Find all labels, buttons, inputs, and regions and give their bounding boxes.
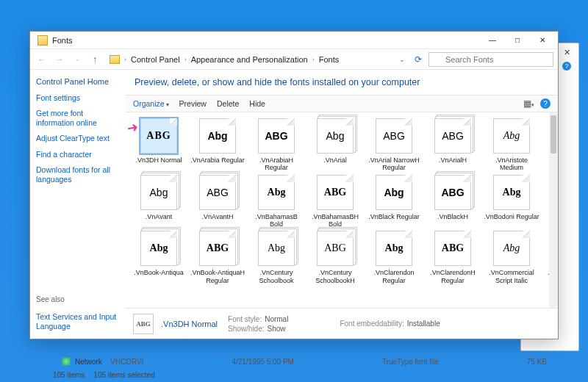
font-tile[interactable]: Abg.VnBook-Antiqua — [130, 231, 187, 284]
font-thumb: Abg — [140, 175, 177, 210]
details-style-key: Font style: — [228, 315, 262, 323]
font-grid[interactable]: ABG.Vn3DH NormalAbg.VnArabia RegularABG.… — [126, 112, 558, 287]
preview-button[interactable]: Preview — [179, 99, 207, 108]
details-style-val: Normal — [265, 315, 288, 323]
close-button[interactable]: ✕ — [530, 33, 555, 48]
main-panel: Preview, delete, or show and hide the fo… — [126, 70, 558, 339]
font-thumb: Abg — [493, 118, 530, 154]
recent-dropdown-icon[interactable]: ⌄ — [70, 52, 85, 67]
forward-button[interactable]: → — [52, 52, 67, 67]
font-tile[interactable]: ABG.VnCentury SchoolbookH — [306, 231, 364, 284]
font-thumb: ABG — [258, 118, 295, 154]
font-thumb: ABG — [434, 231, 471, 266]
delete-button[interactable]: Delete — [217, 99, 239, 108]
font-label: .VnArial NarrowH Regular — [366, 156, 422, 172]
font-label: .VnCommercial Script Italic — [484, 269, 539, 284]
breadcrumb-seg-0[interactable]: Control Panel — [129, 54, 182, 65]
sidebar-link-download-fonts[interactable]: Download fonts for all languages — [36, 165, 120, 184]
font-thumb: Abg — [376, 175, 412, 210]
search-input[interactable] — [429, 52, 553, 67]
up-button[interactable]: ↑ — [87, 52, 102, 67]
font-sample: Abg — [503, 187, 521, 198]
breadcrumb-seg-2[interactable]: Fonts — [318, 54, 341, 65]
details-font-name: .Vn3DH Normal — [161, 320, 218, 328]
bg-statusbar: 105 items 105 items selected — [53, 371, 155, 379]
font-tile[interactable]: ABG.VnArabiaH Regular — [248, 118, 305, 172]
font-thumb: ABG — [199, 231, 236, 266]
font-sample: ABG — [441, 187, 464, 198]
bg-status-count: 105 items — [53, 371, 85, 379]
font-tile[interactable]: Abg.VnAvant — [130, 175, 187, 228]
view-options-icon[interactable]: ▦▾ — [523, 98, 534, 109]
font-sample: ABG — [442, 131, 464, 141]
scrollbar-thumb[interactable] — [551, 115, 556, 154]
breadcrumb-seg-1[interactable]: Appearance and Personalization — [190, 54, 309, 65]
font-tile[interactable]: Abg.VnArabia Regular — [189, 118, 246, 172]
sidebar-header[interactable]: Control Panel Home — [36, 77, 120, 86]
sidebar-link-find-character[interactable]: Find a character — [36, 150, 120, 159]
font-tile[interactable]: ABG.VnBahamasBH Bold — [306, 175, 364, 228]
font-tile[interactable]: Abg.VnBahamasB Bold — [248, 175, 305, 228]
font-sample: Abg — [503, 243, 520, 253]
font-label: .Vn3DH Normal — [135, 156, 182, 171]
font-tile[interactable]: Abg.VnCentury Schoolbook — [248, 231, 305, 284]
font-tile[interactable]: ABG.VnClarendonH Regular — [424, 231, 481, 284]
network-icon — [62, 357, 71, 366]
bg-file-row: VHCORVI 4/21/1995 5:00 PM TrueType font … — [110, 358, 547, 366]
sidebar-link-text-services[interactable]: Text Services and Input Language — [36, 312, 120, 331]
font-tile[interactable]: ABG.VnAvantH — [189, 175, 246, 228]
font-tile[interactable]: Abg.VnAristote Medium — [483, 118, 540, 172]
font-sample: Abg — [150, 243, 168, 253]
sidebar-link-font-settings[interactable]: Font settings — [36, 93, 120, 103]
details-showhide-key: Show/hide: — [228, 325, 264, 333]
bg-row-date: 4/21/1995 5:00 PM — [232, 358, 294, 366]
details-pane: ABG .Vn3DH Normal Font style:Normal Show… — [126, 308, 558, 339]
font-sample: Abg — [503, 131, 520, 141]
font-tile[interactable]: ABG.VnArial NarrowH Regular — [365, 118, 423, 172]
font-thumb: ABG — [317, 231, 354, 266]
font-label: .VnBook-AntiquaH Regular — [190, 269, 245, 284]
font-label: .VnClarendon Regular — [366, 269, 422, 284]
font-thumb: ABG — [140, 118, 177, 154]
titlebar[interactable]: Fonts — □ ✕ — [30, 32, 558, 49]
font-thumb: Abg — [493, 175, 530, 210]
font-thumb: ABG — [376, 118, 412, 154]
sidebar-link-cleartype[interactable]: Adjust ClearType text — [36, 134, 120, 143]
font-tile[interactable]: Abg.VnCommercial Script Italic — [483, 231, 540, 284]
minimize-button[interactable]: — — [480, 33, 505, 48]
maximize-button[interactable]: □ — [505, 33, 530, 48]
font-tile[interactable]: ABG.VnBlackH — [424, 175, 481, 228]
font-sample: Abg — [150, 187, 168, 198]
font-tile[interactable]: Abg.VnBlack Regular — [365, 175, 423, 228]
help-icon[interactable]: ? — [540, 98, 551, 109]
font-tile[interactable]: Abg.VnClarendon Regular — [365, 231, 423, 284]
font-sample: ABG — [324, 187, 346, 198]
details-embed-val: Installable — [407, 320, 440, 328]
font-label: .VnArialH — [439, 156, 467, 171]
font-tile[interactable]: Abg.VnArial — [306, 118, 364, 172]
font-tile[interactable]: ABG.Vn3DH Normal — [130, 118, 187, 172]
hide-button[interactable]: Hide — [249, 99, 265, 108]
font-label: .VnCentury Schoolbook — [248, 269, 304, 284]
organize-button[interactable]: Organize▾ — [133, 99, 169, 108]
bg-status-selected: 105 items selected — [93, 371, 154, 379]
refresh-button[interactable]: ⟳ — [411, 54, 426, 65]
font-label: .VnAristote Medium — [484, 156, 539, 172]
font-thumb: Abg — [493, 231, 530, 266]
chevron-right-icon: › — [184, 56, 187, 63]
page-heading: Preview, delete, or show and hide the fo… — [126, 70, 558, 95]
bg-help-icon: ? — [562, 62, 571, 71]
fonts-window: Fonts — □ ✕ ← → ⌄ ↑ › Control Panel › Ap… — [29, 31, 559, 339]
scrollbar[interactable] — [549, 112, 558, 308]
address-dropdown-icon[interactable]: ⌄ — [396, 56, 408, 63]
font-tile[interactable]: ABG.VnArialH — [424, 118, 481, 172]
font-label: .VnBlack Regular — [368, 213, 420, 228]
font-sample: ABG — [207, 187, 229, 198]
font-tile[interactable]: Abg.VnBodoni Regular — [483, 175, 540, 228]
font-sample: Abg — [207, 131, 227, 141]
font-tile[interactable]: ABG.VnBook-AntiquaH Regular — [189, 231, 246, 284]
sidebar-link-more-info[interactable]: Get more font information online — [36, 109, 120, 128]
font-sample: Abg — [268, 187, 286, 198]
breadcrumb[interactable]: › Control Panel › Appearance and Persona… — [110, 54, 340, 65]
back-button[interactable]: ← — [35, 52, 49, 67]
